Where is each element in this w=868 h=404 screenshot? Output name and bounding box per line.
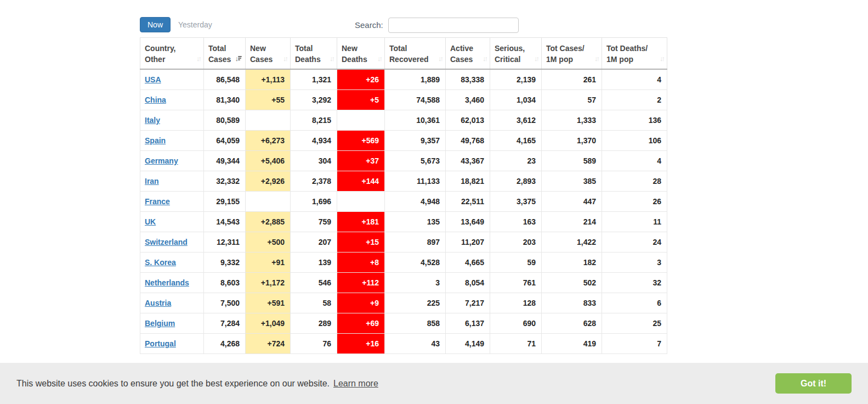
cell-new-cases: +55 — [246, 90, 291, 110]
search-input[interactable] — [388, 18, 519, 33]
country-link[interactable]: France — [145, 197, 170, 206]
table-row: China81,340+553,292+574,5883,4601,034572 — [140, 90, 667, 110]
sort-updown-icon: ↓↑ — [438, 53, 442, 64]
cell-new-deaths: +112 — [337, 273, 385, 293]
table-row: Italy80,5898,21510,36162,0133,6121,33313… — [140, 110, 667, 131]
cell-new-deaths: +16 — [337, 334, 385, 354]
country-link[interactable]: Italy — [145, 116, 160, 125]
cell-new-cases: +500 — [246, 232, 291, 252]
countries-stats-table: Country, Other↓↑Total Cases↓New Cases↓↑T… — [140, 37, 667, 354]
cell-serious-critical: 128 — [490, 293, 542, 313]
cell-total-deaths: 2,378 — [291, 171, 337, 192]
country-link[interactable]: UK — [145, 217, 156, 226]
column-header-new_deaths[interactable]: New Deaths↓↑ — [337, 38, 385, 70]
cell-new-cases: +5,406 — [246, 151, 291, 171]
cell-total-recovered: 4,948 — [385, 192, 446, 212]
cell-country: France — [140, 192, 204, 212]
cell-total-cases: 7,500 — [204, 293, 246, 313]
cell-cases-per-1m: 1,333 — [542, 110, 602, 131]
cell-total-cases: 7,284 — [204, 313, 246, 334]
cell-new-deaths — [337, 192, 385, 212]
cell-total-deaths: 546 — [291, 273, 337, 293]
cell-cases-per-1m: 385 — [542, 171, 602, 192]
cell-deaths-per-1m: 7 — [602, 334, 667, 354]
country-link[interactable]: Belgium — [145, 319, 175, 328]
cell-deaths-per-1m: 4 — [602, 69, 667, 90]
cell-deaths-per-1m: 136 — [602, 110, 667, 131]
cell-new-deaths: +144 — [337, 171, 385, 192]
cell-new-cases: +1,049 — [246, 313, 291, 334]
column-header-deaths_per_1m[interactable]: Tot Deaths/ 1M pop↓↑ — [602, 38, 667, 70]
cell-serious-critical: 1,034 — [490, 90, 542, 110]
cell-new-deaths: +15 — [337, 232, 385, 252]
country-link[interactable]: China — [145, 96, 166, 104]
cell-serious-critical: 203 — [490, 232, 542, 252]
cell-total-deaths: 289 — [291, 313, 337, 334]
column-header-new_cases[interactable]: New Cases↓↑ — [246, 38, 291, 70]
cell-total-deaths: 1,321 — [291, 69, 337, 90]
country-link[interactable]: Portugal — [145, 339, 176, 348]
cell-total-deaths: 759 — [291, 212, 337, 232]
got-it-button[interactable]: Got it! — [775, 373, 852, 394]
cell-country: China — [140, 90, 204, 110]
country-link[interactable]: USA — [145, 75, 161, 84]
sort-updown-icon: ↓↑ — [660, 53, 663, 64]
cell-cases-per-1m: 57 — [542, 90, 602, 110]
cell-country: Belgium — [140, 313, 204, 334]
cell-cases-per-1m: 1,422 — [542, 232, 602, 252]
cell-cases-per-1m: 214 — [542, 212, 602, 232]
cell-serious-critical: 3,375 — [490, 192, 542, 212]
cell-country: Portugal — [140, 334, 204, 354]
table-row: S. Korea9,332+91139+84,5284,665591823 — [140, 252, 667, 273]
column-header-total_cases[interactable]: Total Cases↓ — [204, 38, 246, 70]
table-row: Belgium7,284+1,049289+698586,13769062825 — [140, 313, 667, 334]
country-link[interactable]: Iran — [145, 177, 159, 186]
yesterday-tab-button[interactable]: Yesterday — [171, 18, 220, 32]
sort-updown-icon: ↓↑ — [534, 53, 538, 64]
cell-new-deaths — [337, 110, 385, 131]
cell-new-cases: +1,113 — [246, 69, 291, 90]
cell-new-cases: +2,926 — [246, 171, 291, 192]
cell-active-cases: 49,768 — [446, 131, 490, 151]
country-link[interactable]: Switzerland — [145, 238, 188, 246]
cell-country: Netherlands — [140, 273, 204, 293]
table-row: France29,1551,6964,94822,5113,37544726 — [140, 192, 667, 212]
cell-serious-critical: 2,139 — [490, 69, 542, 90]
table-row: USA86,548+1,1131,321+261,88983,3382,1392… — [140, 69, 667, 90]
cell-total-cases: 81,340 — [204, 90, 246, 110]
cell-total-deaths: 207 — [291, 232, 337, 252]
column-header-serious_critical[interactable]: Serious, Critical↓↑ — [490, 38, 542, 70]
country-link[interactable]: Austria — [145, 299, 171, 307]
cell-new-deaths: +9 — [337, 293, 385, 313]
column-header-cases_per_1m[interactable]: Tot Cases/ 1M pop↓↑ — [542, 38, 602, 70]
country-link[interactable]: S. Korea — [145, 258, 176, 267]
country-link[interactable]: Netherlands — [145, 278, 189, 287]
cell-new-cases: +1,172 — [246, 273, 291, 293]
cell-new-deaths: +5 — [337, 90, 385, 110]
cell-total-recovered: 4,528 — [385, 252, 446, 273]
cell-country: Austria — [140, 293, 204, 313]
cell-active-cases: 4,665 — [446, 252, 490, 273]
cell-new-cases: +591 — [246, 293, 291, 313]
cell-new-cases: +2,885 — [246, 212, 291, 232]
cell-serious-critical: 23 — [490, 151, 542, 171]
cell-deaths-per-1m: 11 — [602, 212, 667, 232]
cell-serious-critical: 4,165 — [490, 131, 542, 151]
country-link[interactable]: Spain — [145, 136, 166, 145]
column-header-total_deaths[interactable]: Total Deaths↓↑ — [291, 38, 337, 70]
country-link[interactable]: Germany — [145, 156, 178, 165]
column-header-country[interactable]: Country, Other↓↑ — [140, 38, 204, 70]
cell-serious-critical: 163 — [490, 212, 542, 232]
cell-country: Switzerland — [140, 232, 204, 252]
now-tab-button[interactable]: Now — [140, 17, 171, 32]
cell-country: S. Korea — [140, 252, 204, 273]
cell-total-cases: 9,332 — [204, 252, 246, 273]
learn-more-link[interactable]: Learn more — [333, 379, 378, 389]
search-group: Search: — [355, 17, 519, 33]
cell-country: Italy — [140, 110, 204, 131]
sort-updown-icon: ↓↑ — [196, 53, 200, 64]
cell-new-cases — [246, 192, 291, 212]
column-header-active_cases[interactable]: Active Cases↓↑ — [446, 38, 490, 70]
column-header-total_recovered[interactable]: Total Recovered↓↑ — [385, 38, 446, 70]
table-row: Netherlands8,603+1,172546+11238,05476150… — [140, 273, 667, 293]
